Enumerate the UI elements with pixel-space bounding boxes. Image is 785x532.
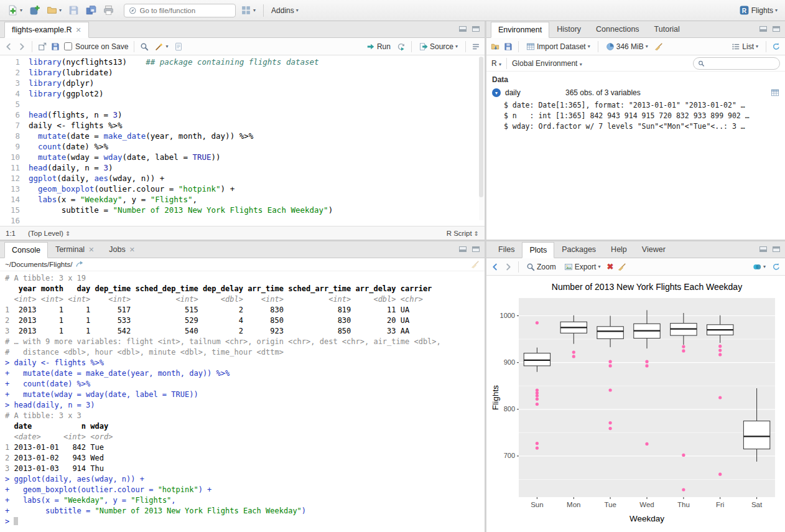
code-line: 2library(lubridate) (0, 67, 485, 78)
source-button[interactable]: Source ▾ (417, 41, 460, 52)
search-icon (698, 60, 705, 67)
console-output[interactable]: # A tibble: 3 x 19 year month day dep_ti… (0, 271, 485, 532)
memory-usage-button[interactable]: 346 MiB ▾ (604, 41, 650, 52)
maximize-pane-icon[interactable] (472, 26, 480, 32)
tab-plots[interactable]: Plots (522, 242, 554, 258)
packages-tab-label: Packages (562, 245, 596, 254)
file-type-selector[interactable]: R Script⇕ (447, 230, 479, 237)
object-structure-details: $ date: Date[1:365], format: "2013-01-01… (486, 100, 785, 132)
minimize-pane-icon[interactable] (759, 246, 767, 252)
code-tools-button[interactable]: ▾ (153, 41, 170, 52)
save-icon[interactable] (51, 42, 60, 51)
save-workspace-icon[interactable] (504, 42, 513, 51)
left-column: flights-example.R ✕ (0, 21, 485, 532)
console-line: 1 2013 1 1 517 515 2 830 819 11 UA (5, 305, 485, 315)
view-mode-button[interactable]: List ▾ (730, 41, 760, 52)
document-outline-icon[interactable] (471, 42, 480, 51)
maximize-pane-icon[interactable] (773, 246, 780, 252)
zoom-button[interactable]: Zoom (524, 261, 558, 273)
go-to-directory-icon[interactable] (75, 260, 84, 269)
maximize-pane-icon[interactable] (773, 26, 780, 32)
right-column: Environment History Connections Tutorial (486, 21, 785, 532)
next-plot-icon[interactable] (504, 263, 513, 271)
remove-plot-icon[interactable]: ✖ (606, 263, 613, 271)
console-line: + subtitle = "Number of 2013 New York Fl… (5, 506, 485, 516)
open-file-button[interactable]: ▾ (45, 4, 63, 17)
close-icon[interactable]: ✕ (76, 27, 81, 34)
print-button[interactable] (101, 4, 116, 17)
clear-console-broom-icon[interactable] (471, 260, 480, 269)
code-editor[interactable]: 1library(nycflights13) ## package contai… (0, 55, 485, 226)
minimize-pane-icon[interactable] (459, 246, 467, 252)
toolbar-separator (518, 41, 519, 52)
tab-files[interactable]: Files (491, 241, 522, 258)
zoom-label: Zoom (537, 263, 556, 271)
clear-plots-broom-icon[interactable] (618, 263, 626, 271)
pane-layout-button[interactable]: ▾ (239, 4, 258, 17)
back-icon[interactable] (4, 42, 13, 51)
view-table-icon[interactable] (771, 88, 779, 97)
svg-text:Thu: Thu (677, 501, 690, 508)
scope-selector[interactable]: Global Environment ▾ (512, 59, 582, 68)
tab-connections[interactable]: Connections (588, 21, 647, 37)
forward-icon[interactable] (17, 42, 26, 51)
source-on-save-checkbox[interactable] (64, 42, 72, 50)
language-selector[interactable]: R ▾ (491, 59, 501, 68)
clear-workspace-broom-icon[interactable] (654, 42, 663, 51)
compile-report-icon[interactable] (174, 42, 183, 51)
console-line: + count(date) %>% (5, 379, 485, 390)
import-dataset-label: Import Dataset (537, 42, 586, 51)
rerun-icon[interactable] (397, 42, 406, 51)
close-icon[interactable]: ✕ (129, 246, 135, 253)
scope-selector[interactable]: (Top Level)⇕ (28, 230, 70, 237)
console-line: 1 2013-01-01 842 Tue (5, 442, 485, 453)
scrollbar-thumb[interactable] (479, 57, 483, 197)
tab-flights-example[interactable]: flights-example.R ✕ (4, 22, 89, 38)
save-button[interactable] (67, 4, 81, 17)
run-button[interactable]: Run (365, 41, 392, 52)
import-table-icon (526, 42, 535, 51)
maximize-pane-icon[interactable] (472, 246, 480, 252)
editor-scrollbar[interactable] (479, 57, 484, 220)
boxplot-chart: 7008009001000SunMonTueWedThuFriSatNumber… (490, 278, 779, 531)
tab-environment[interactable]: Environment (491, 22, 549, 38)
export-image-icon (564, 263, 573, 271)
tab-console[interactable]: Console (4, 242, 48, 258)
load-workspace-icon[interactable] (491, 42, 499, 51)
import-dataset-button[interactable]: Import Dataset ▾ (524, 41, 592, 52)
environment-search-input[interactable] (707, 60, 775, 67)
export-button[interactable]: Export ▾ (562, 261, 603, 273)
svg-text:Weekday: Weekday (629, 514, 664, 523)
console-line: # A tibble: 3 x 3 (5, 411, 485, 421)
close-icon[interactable]: ✕ (88, 246, 94, 253)
refresh-icon[interactable] (772, 42, 781, 51)
console-line: > (5, 516, 485, 527)
tab-terminal[interactable]: Terminal ✕ (48, 241, 101, 258)
find-replace-icon[interactable] (140, 42, 149, 51)
code-line: 10 mutate(wday = wday(date, label = TRUE… (0, 152, 485, 162)
refresh-plot-icon[interactable] (772, 263, 781, 271)
new-file-button[interactable]: ▾ (6, 4, 24, 17)
new-project-button[interactable] (27, 4, 42, 17)
tab-history[interactable]: History (549, 21, 588, 37)
save-all-button[interactable] (84, 4, 98, 17)
tab-tutorial[interactable]: Tutorial (647, 21, 687, 37)
project-menu-button[interactable]: Flights ▾ (737, 4, 779, 17)
tab-viewer[interactable]: Viewer (634, 241, 673, 258)
addins-button[interactable]: Addins ▾ (269, 5, 300, 16)
previous-plot-icon[interactable] (491, 263, 499, 271)
tab-help[interactable]: Help (603, 241, 634, 258)
publish-button[interactable]: ▾ (751, 261, 768, 273)
tab-packages[interactable]: Packages (554, 241, 603, 258)
console-line: <int> <int> <int> <int> <int> <dbl> <int… (5, 294, 485, 305)
tab-jobs[interactable]: Jobs ✕ (101, 241, 142, 258)
environment-object-row[interactable]: ▼ daily 365 obs. of 3 variables (486, 86, 785, 100)
open-in-new-window-icon[interactable] (38, 42, 47, 51)
jobs-tab-label: Jobs (109, 245, 125, 254)
minimize-pane-icon[interactable] (459, 26, 467, 32)
goto-file-input[interactable] (140, 7, 231, 14)
console-line: 3 2013 1 1 542 540 2 923 850 33 AA (5, 326, 485, 337)
minimize-pane-icon[interactable] (759, 26, 767, 32)
pane-controls (459, 246, 480, 252)
zoom-magnifier-icon (526, 263, 535, 271)
